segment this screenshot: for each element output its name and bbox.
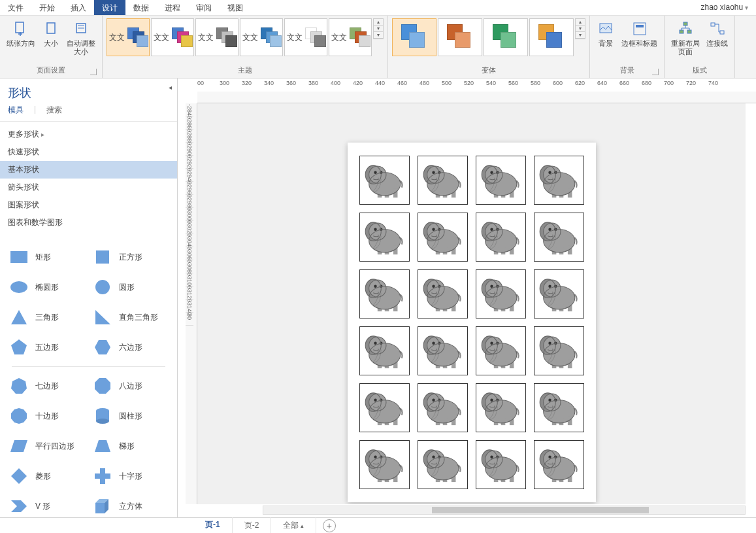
grid-cell[interactable]	[359, 440, 410, 489]
shape-rect[interactable]: 矩形	[5, 242, 89, 272]
grid-cell[interactable]	[534, 156, 584, 205]
grid-cell[interactable]	[418, 440, 468, 489]
grid-cell[interactable]	[359, 213, 410, 262]
grid-cell[interactable]	[418, 269, 468, 318]
page[interactable]	[348, 143, 596, 502]
relayout-icon	[676, 20, 695, 38]
shape-decagon[interactable]: 十边形	[5, 401, 89, 431]
background-launcher[interactable]	[652, 69, 659, 75]
page-setup-launcher[interactable]	[90, 69, 97, 75]
grid-cell[interactable]	[359, 326, 410, 375]
page-tab-all[interactable]: 全部	[271, 517, 316, 533]
grid-cell[interactable]	[476, 326, 526, 375]
variant-swatch-2[interactable]	[484, 18, 528, 56]
grid-cell[interactable]	[359, 156, 410, 205]
grid-cell[interactable]	[359, 383, 410, 432]
shape-category-5[interactable]: 图表和数学图形	[0, 214, 177, 232]
size-button[interactable]: 大小	[39, 18, 63, 49]
grid-cell[interactable]	[534, 383, 584, 432]
shape-triangle[interactable]: 三角形	[5, 302, 89, 332]
autosize-icon	[72, 20, 90, 38]
theme-swatch-3[interactable]: 文文	[240, 18, 283, 56]
grid-cell[interactable]	[476, 269, 526, 318]
grid-cell[interactable]	[476, 383, 526, 432]
menu-tab-design[interactable]: 设计	[94, 0, 125, 15]
shape-diamond[interactable]: 菱形	[5, 461, 89, 491]
relayout-button[interactable]: 重新布局 页面	[668, 18, 702, 58]
connectors-button[interactable]: 连接线	[704, 18, 731, 49]
grid-cell[interactable]	[534, 440, 584, 489]
shape-category-0[interactable]: 更多形状	[0, 126, 177, 143]
grid-cell[interactable]	[418, 383, 468, 432]
theme-swatch-1[interactable]: 文文	[151, 18, 194, 56]
menu-tab-insert[interactable]: 插入	[63, 0, 94, 15]
grid-cell[interactable]	[476, 440, 526, 489]
grid-cell[interactable]	[476, 156, 526, 205]
shape-square[interactable]: 正方形	[89, 242, 173, 272]
theme-gallery-scroll[interactable]: ▴▾▾	[373, 18, 384, 39]
shape-cross[interactable]: 十字形	[89, 461, 173, 491]
grid-cell[interactable]	[534, 213, 584, 262]
user-menu[interactable]: zhao xiaohu	[693, 0, 757, 15]
shape-octagon[interactable]: 八边形	[89, 371, 173, 401]
menu-tab-view[interactable]: 视图	[220, 0, 251, 15]
shape-pentagon[interactable]: 五边形	[5, 332, 89, 362]
elephant-icon	[421, 330, 465, 373]
theme-swatch-4[interactable]: 文文	[284, 18, 327, 56]
elephant-icon	[363, 273, 407, 316]
page-tab-2[interactable]: 页-2	[233, 517, 272, 533]
menu-tab-review[interactable]: 审阅	[188, 0, 220, 15]
shape-para[interactable]: 平行四边形	[5, 431, 89, 461]
group-label-background: 背景	[594, 64, 660, 78]
shape-ellipse[interactable]: 椭圆形	[5, 272, 89, 302]
shape-circle[interactable]: 圆形	[89, 272, 173, 302]
tab-search[interactable]: 搜索	[46, 105, 62, 116]
menu-tab-home[interactable]: 开始	[31, 0, 63, 15]
scrollbar-thumb[interactable]	[432, 507, 649, 513]
shape-hexagon[interactable]: 六边形	[89, 332, 173, 362]
canvas-area: 0030032034036038040042044046048050052054…	[178, 78, 756, 517]
shape-cube[interactable]: 立方体	[89, 491, 173, 517]
shape-trap[interactable]: 梯形	[89, 431, 173, 461]
cube-icon	[93, 496, 112, 516]
menu-tab-process[interactable]: 进程	[157, 0, 188, 15]
svg-rect-0	[16, 22, 24, 33]
border-title-button[interactable]: 边框和标题	[619, 18, 660, 49]
shape-category-3[interactable]: 箭头形状	[0, 179, 177, 196]
theme-swatch-0[interactable]: 文文	[107, 18, 150, 56]
background-button[interactable]: 背景	[594, 18, 617, 49]
shape-category-1[interactable]: 快速形状	[0, 143, 177, 161]
shape-category-2[interactable]: 基本形状	[0, 161, 177, 179]
shape-chevron[interactable]: V 形	[5, 491, 89, 517]
autosize-button[interactable]: 自动调整 大小	[64, 18, 98, 58]
theme-swatch-2[interactable]: 文文	[195, 18, 238, 56]
shape-cylinder[interactable]: 圆柱形	[89, 401, 173, 431]
variant-gallery-scroll[interactable]: ▴▾▾	[575, 18, 585, 39]
grid-cell[interactable]	[359, 269, 410, 318]
menu-tab-data[interactable]: 数据	[125, 0, 157, 15]
variant-swatch-1[interactable]	[438, 18, 482, 56]
theme-swatch-5[interactable]: 文文	[329, 18, 372, 56]
horizontal-scrollbar[interactable]	[263, 506, 746, 515]
orientation-button[interactable]: 纸张方向	[4, 18, 38, 49]
grid-cell[interactable]	[476, 213, 526, 262]
ribbon: 纸张方向 大小 自动调整 大小 页面设置 文文文文文文文文文文文文▴▾▾ 主题 …	[0, 16, 756, 78]
shape-heptagon[interactable]: 七边形	[5, 371, 89, 401]
page-tab-1[interactable]: 页-1	[193, 517, 233, 533]
add-page-button[interactable]: +	[323, 519, 336, 532]
grid-cell[interactable]	[534, 326, 584, 375]
tab-stencil[interactable]: 模具	[8, 105, 24, 116]
variant-swatch-3[interactable]	[529, 18, 574, 56]
grid-cell[interactable]	[418, 213, 468, 262]
elephant-icon	[421, 273, 465, 316]
grid-cell[interactable]	[418, 326, 468, 375]
variant-swatch-0[interactable]	[392, 18, 436, 56]
menu-tab-file[interactable]: 文件	[0, 0, 31, 15]
shape-category-4[interactable]: 图案形状	[0, 196, 177, 214]
grid-cell[interactable]	[534, 269, 584, 318]
grid-cell[interactable]	[418, 156, 468, 205]
drawing-canvas[interactable]	[197, 103, 746, 504]
collapse-panel-icon[interactable]: ◂	[169, 84, 172, 91]
circle-icon	[93, 277, 112, 297]
shape-rtriangle[interactable]: 直角三角形	[89, 302, 173, 332]
